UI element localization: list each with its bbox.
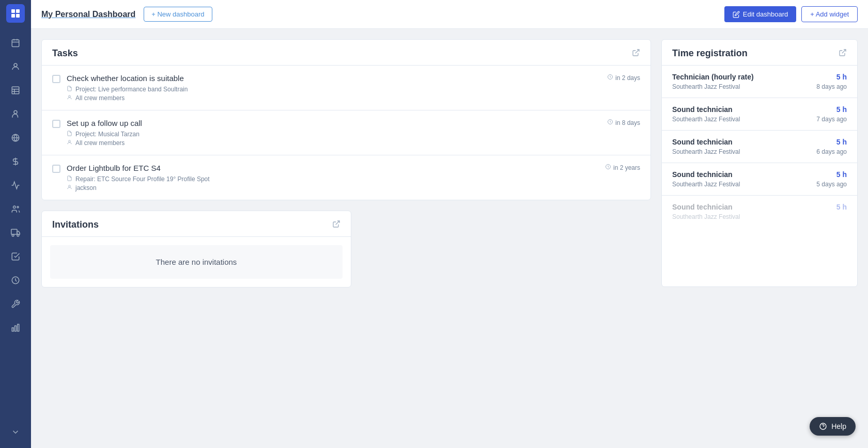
help-button[interactable]: Help bbox=[810, 417, 856, 436]
list-item: Sound technician Southearth Jazz Festiva… bbox=[662, 131, 857, 163]
tasks-widget-header: Tasks bbox=[42, 40, 650, 66]
svg-line-33 bbox=[336, 221, 339, 225]
svg-rect-9 bbox=[12, 87, 19, 94]
svg-point-19 bbox=[12, 234, 14, 236]
task-due-3: in 2 years bbox=[597, 164, 640, 171]
bar-chart-sidebar-icon[interactable] bbox=[5, 317, 26, 338]
svg-rect-18 bbox=[11, 229, 17, 234]
time-title: Time registration bbox=[672, 48, 748, 59]
invitations-empty-message: There are no invitations bbox=[50, 245, 343, 279]
task-assignee-3: jackson bbox=[67, 184, 591, 191]
svg-line-32 bbox=[842, 50, 846, 53]
svg-point-26 bbox=[69, 95, 71, 98]
svg-rect-2 bbox=[11, 14, 15, 18]
task-meta-1: Project: Live performance band Soultrain… bbox=[67, 86, 593, 102]
time-entry-info-4: Sound technician Southearth Jazz Festiva… bbox=[672, 203, 740, 220]
check-square-icon[interactable] bbox=[5, 246, 26, 267]
person-meta-icon-1 bbox=[67, 94, 72, 102]
svg-rect-1 bbox=[16, 9, 20, 13]
svg-point-28 bbox=[69, 140, 71, 142]
svg-line-25 bbox=[636, 50, 639, 53]
table-row: Order Lightbulb for ETC S4 Repair: ETC S… bbox=[42, 155, 650, 200]
svg-rect-24 bbox=[18, 324, 19, 331]
svg-rect-4 bbox=[12, 40, 19, 47]
task-due-1: in 2 days bbox=[599, 74, 640, 82]
task-checkbox-3[interactable] bbox=[52, 165, 60, 173]
edit-dashboard-label: Edit dashboard bbox=[743, 10, 788, 18]
task-name-3: Order Lightbulb for ETC S4 bbox=[67, 164, 591, 172]
svg-point-8 bbox=[14, 63, 17, 67]
task-checkbox-1[interactable] bbox=[52, 75, 60, 83]
time-entry-info-1: Sound technician Southearth Jazz Festiva… bbox=[672, 105, 740, 123]
tasks-widget: Tasks Check whether location is suitable bbox=[41, 39, 651, 200]
wrench-icon[interactable] bbox=[5, 294, 26, 314]
time-entry-info-0: Technician (hourly rate) Southearth Jazz… bbox=[672, 73, 754, 90]
time-entry-stats-1: 5 h 7 days ago bbox=[816, 105, 847, 123]
task-assignee-2: All crew members bbox=[67, 139, 593, 147]
svg-point-30 bbox=[69, 185, 71, 187]
task-name-2: Set up a follow up call bbox=[67, 119, 593, 127]
dollar-icon[interactable] bbox=[5, 151, 26, 172]
add-widget-button[interactable]: + Add widget bbox=[801, 6, 858, 22]
dashboard-title: My Personal Dashboard bbox=[41, 10, 135, 19]
list-item: Sound technician Southearth Jazz Festiva… bbox=[662, 98, 857, 131]
svg-rect-23 bbox=[15, 326, 17, 331]
time-entry-stats-2: 5 h 6 days ago bbox=[816, 138, 847, 155]
list-item: Technician (hourly rate) Southearth Jazz… bbox=[662, 66, 857, 98]
task-name-1: Check whether location is suitable bbox=[67, 74, 593, 83]
chart-triangle-icon[interactable] bbox=[5, 175, 26, 196]
time-entry-stats-3: 5 h 5 days ago bbox=[816, 170, 847, 188]
task-project-1: Project: Live performance band Soultrain bbox=[67, 86, 593, 93]
svg-point-20 bbox=[17, 234, 19, 236]
time-entry-stats-4: 5 h bbox=[836, 203, 847, 213]
list-item: Sound technician Southearth Jazz Festiva… bbox=[662, 196, 857, 228]
person-icon[interactable] bbox=[5, 104, 26, 124]
svg-point-17 bbox=[17, 206, 19, 208]
task-content-3: Order Lightbulb for ETC S4 Repair: ETC S… bbox=[67, 164, 591, 191]
task-due-2: in 8 days bbox=[599, 119, 640, 126]
calendar-icon[interactable] bbox=[5, 33, 26, 53]
invitations-widget-header: Invitations bbox=[42, 211, 351, 237]
document-icon-3 bbox=[67, 175, 72, 183]
invitations-title: Invitations bbox=[52, 219, 99, 230]
new-dashboard-button[interactable]: + New dashboard bbox=[144, 7, 212, 22]
document-icon-2 bbox=[67, 131, 72, 138]
person-meta-icon-3 bbox=[67, 184, 72, 191]
time-entry-info-2: Sound technician Southearth Jazz Festiva… bbox=[672, 138, 740, 155]
list-item: Sound technician Southearth Jazz Festiva… bbox=[662, 163, 857, 196]
user-circle-icon[interactable] bbox=[5, 56, 26, 77]
time-expand-icon[interactable] bbox=[839, 49, 847, 59]
edit-dashboard-button[interactable]: Edit dashboard bbox=[724, 6, 796, 22]
app-logo[interactable] bbox=[6, 4, 25, 23]
help-label: Help bbox=[831, 422, 846, 430]
clock-due-icon-1 bbox=[607, 74, 613, 82]
tasks-expand-icon[interactable] bbox=[632, 49, 640, 59]
clock-due-icon-2 bbox=[607, 119, 613, 126]
team-icon[interactable] bbox=[5, 199, 26, 219]
header-actions: Edit dashboard + Add widget bbox=[724, 6, 858, 22]
clock-due-icon-3 bbox=[605, 164, 611, 171]
time-entries-list: Technician (hourly rate) Southearth Jazz… bbox=[662, 66, 857, 228]
tasks-title: Tasks bbox=[52, 48, 78, 59]
sidebar bbox=[0, 0, 31, 448]
invitations-expand-icon[interactable] bbox=[332, 220, 340, 230]
svg-rect-3 bbox=[16, 14, 20, 18]
task-meta-3: Repair: ETC Source Four Profile 19° Prof… bbox=[67, 175, 591, 191]
time-registration-widget: Time registration Technician (hourly rat… bbox=[661, 39, 858, 287]
invitations-widget: Invitations There are no invitations bbox=[41, 211, 351, 287]
svg-rect-22 bbox=[12, 328, 13, 331]
table-row: Set up a follow up call Project: Musical… bbox=[42, 110, 650, 155]
chevron-down-icon[interactable] bbox=[5, 422, 26, 442]
truck-icon[interactable] bbox=[5, 222, 26, 243]
task-assignee-1: All crew members bbox=[67, 94, 593, 102]
main-area: My Personal Dashboard + New dashboard Ed… bbox=[31, 0, 868, 448]
table-icon[interactable] bbox=[5, 80, 26, 101]
time-widget-header: Time registration bbox=[662, 40, 857, 66]
task-checkbox-2[interactable] bbox=[52, 120, 60, 128]
task-meta-2: Project: Musical Tarzan All crew members bbox=[67, 131, 593, 147]
svg-rect-0 bbox=[11, 9, 15, 13]
globe-icon[interactable] bbox=[5, 127, 26, 148]
svg-point-16 bbox=[13, 206, 16, 209]
svg-point-13 bbox=[14, 110, 17, 114]
clock-sidebar-icon[interactable] bbox=[5, 270, 26, 291]
